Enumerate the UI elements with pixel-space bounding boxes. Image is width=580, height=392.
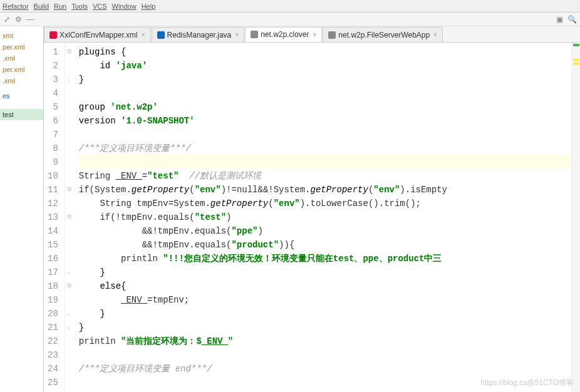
fold-marker[interactable]: ⌞ [65,321,74,334]
main-area: xmlper.xml.xmlper.xml.xmlestest XxlConfE… [0,26,580,392]
line-number: 5 [48,100,58,114]
line-number: 3 [48,73,58,86]
tab-1[interactable]: RedisManager.java× [152,27,245,42]
close-icon[interactable]: × [433,31,437,38]
code-line[interactable]: plugins { [79,45,571,59]
layout-icon[interactable]: ▣ [556,15,565,24]
sidebar-item-1[interactable]: per.xml [0,41,43,53]
code-line[interactable]: } [79,321,571,334]
sidebar-item-2[interactable]: .xml [0,53,43,64]
fold-marker[interactable]: ⌞ [65,73,74,86]
sidebar-item-3[interactable]: per.xml [0,64,43,75]
expand-icon[interactable]: ⤢ [4,15,13,24]
line-number: 6 [48,114,58,128]
code-line[interactable]: String tmpEnv=System.getProperty("env").… [79,197,571,210]
line-number: 21 [48,321,58,334]
fold-marker[interactable] [65,348,74,362]
minus-icon[interactable]: — [26,15,35,24]
code-line[interactable]: if(!tmpEnv.equals("test") [79,210,571,224]
code-editor[interactable]: 1234567891011121314151617181920212223242… [44,43,580,392]
file-icon [157,31,165,39]
fold-marker[interactable]: ⌞ [65,266,74,279]
menu-run[interactable]: Run [54,3,66,10]
marker-strip[interactable] [571,43,580,392]
fold-marker[interactable]: ⌞ [65,307,74,321]
fold-marker[interactable]: ⊟ [65,183,74,197]
fold-marker[interactable] [65,293,74,307]
close-icon[interactable]: × [142,31,145,38]
fold-marker[interactable] [65,59,74,73]
code-line[interactable]: } [79,73,571,86]
line-number: 25 [48,376,58,389]
line-number: 4 [48,86,58,100]
fold-marker[interactable] [65,376,74,389]
fold-marker[interactable] [65,224,74,238]
line-number: 9 [48,155,58,169]
search-icon[interactable]: 🔍 [567,15,576,24]
fold-marker[interactable] [65,334,74,348]
fold-marker[interactable] [65,252,74,266]
sidebar-item-9[interactable]: test [0,109,43,120]
code-content[interactable]: plugins { id 'java'} group 'net.w2p'vers… [74,43,571,392]
fold-marker[interactable]: ⊟ [65,279,74,293]
code-line[interactable]: /***定义项目环境变量***/ [79,142,571,155]
code-line[interactable]: println "!!!您自定义的环境无效！环境变量只能在test、ppe、pr… [79,252,571,266]
line-number: 19 [48,293,58,307]
tab-0[interactable]: XxlConfEnvMapper.xml× [44,27,151,42]
code-line[interactable]: else{ [79,279,571,293]
line-number: 22 [48,334,58,348]
menu-refactor[interactable]: Refactor [3,3,29,10]
code-line[interactable] [79,155,571,169]
line-number: 11 [48,183,58,197]
fold-marker[interactable] [65,86,74,100]
code-line[interactable] [79,86,571,100]
fold-column[interactable]: ⊟⌞⊟⊟⌞⊟⌞⌞ [65,43,74,392]
code-line[interactable] [79,348,571,362]
fold-marker[interactable] [65,114,74,128]
tab-label: net.w2p.FileServerWebApp [338,31,430,39]
line-number: 18 [48,279,58,293]
fold-marker[interactable] [65,100,74,114]
line-number: 14 [48,224,58,238]
sidebar-item-0[interactable]: xml [0,30,43,41]
code-line[interactable]: if(System.getProperty("env")!=null&&!Sys… [79,183,571,197]
line-number: 17 [48,266,58,279]
fold-marker[interactable] [65,128,74,142]
menu-build[interactable]: Build [34,3,49,10]
menu-tools[interactable]: Tools [71,3,88,10]
fold-marker[interactable]: ⊟ [65,210,74,224]
project-sidebar[interactable]: xmlper.xml.xmlper.xml.xmlestest [0,26,44,392]
code-line[interactable]: id 'java' [79,59,571,73]
code-line[interactable]: String _ENV_="test" //默认是测试环境 [79,169,571,183]
fold-marker[interactable] [65,169,74,183]
tab-3[interactable]: net.w2p.FileServerWebApp× [323,27,443,42]
fold-marker[interactable]: ⊟ [65,45,74,59]
menu-vcs[interactable]: VCS [93,3,107,10]
code-line[interactable]: version '1.0-SNAPSHOT' [79,114,571,128]
tab-2[interactable]: net.w2p.clover× [245,27,322,42]
editor-tabs: XxlConfEnvMapper.xml×RedisManager.java×n… [44,26,580,43]
code-line[interactable]: } [79,266,571,279]
code-line[interactable] [79,128,571,142]
fold-marker[interactable] [65,362,74,376]
close-icon[interactable]: × [235,31,239,38]
sidebar-item-6[interactable]: es [0,90,43,101]
code-line[interactable]: println "当前指定环境为：$_ENV_" [79,334,571,348]
code-line[interactable]: _ENV_=tmpEnv; [79,293,571,307]
fold-marker[interactable] [65,238,74,252]
menu-help[interactable]: Help [142,3,156,10]
code-line[interactable]: &&!tmpEnv.equals("product")){ [79,238,571,252]
code-line[interactable]: } [79,307,571,321]
close-icon[interactable]: × [313,31,317,38]
code-line[interactable]: group 'net.w2p' [79,100,571,114]
code-line[interactable]: /***定义项目环境变量 end***/ [79,362,571,376]
menu-window[interactable]: Window [112,3,137,10]
gear-icon[interactable]: ⚙ [15,15,24,24]
main-menubar: Refactor Build Run Tools VCS Window Help [0,0,580,13]
code-line[interactable]: &&!tmpEnv.equals("ppe") [79,224,571,238]
fold-marker[interactable] [65,155,74,169]
sidebar-item-4[interactable]: .xml [0,75,43,86]
fold-marker[interactable] [65,197,74,210]
fold-marker[interactable] [65,142,74,155]
watermark-text: https://blog.cs@51CTO博客 [480,378,574,388]
